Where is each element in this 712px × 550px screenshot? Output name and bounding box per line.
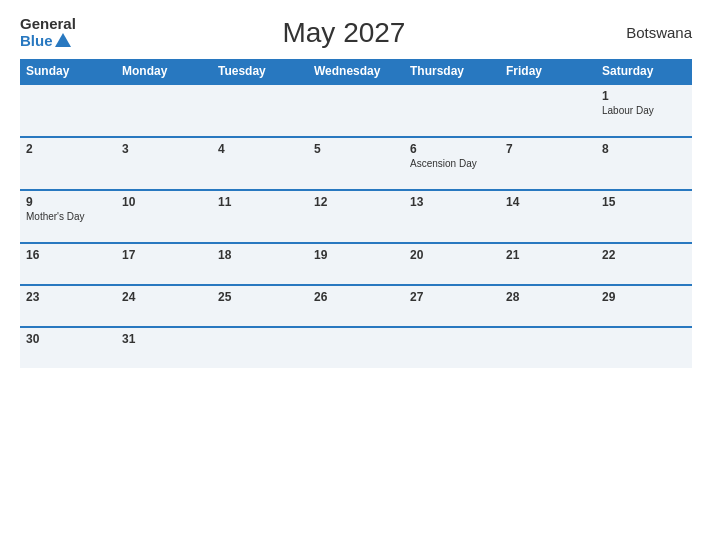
day-number: 25 xyxy=(218,290,302,304)
day-number: 9 xyxy=(26,195,110,209)
calendar-cell: 28 xyxy=(500,285,596,327)
day-number: 11 xyxy=(218,195,302,209)
day-number: 31 xyxy=(122,332,206,346)
calendar-cell: 21 xyxy=(500,243,596,285)
calendar-cell: 7 xyxy=(500,137,596,190)
calendar-cell: 12 xyxy=(308,190,404,243)
day-number: 13 xyxy=(410,195,494,209)
day-number: 16 xyxy=(26,248,110,262)
calendar-cell: 14 xyxy=(500,190,596,243)
day-number: 5 xyxy=(314,142,398,156)
calendar-cell: 18 xyxy=(212,243,308,285)
header: General Blue May 2027 Botswana xyxy=(20,16,692,49)
day-number: 8 xyxy=(602,142,686,156)
day-number: 3 xyxy=(122,142,206,156)
calendar-cell: 31 xyxy=(116,327,212,368)
calendar-cell: 20 xyxy=(404,243,500,285)
calendar-cell xyxy=(500,327,596,368)
day-number: 19 xyxy=(314,248,398,262)
calendar-week-row: 16171819202122 xyxy=(20,243,692,285)
logo-blue-text: Blue xyxy=(20,33,76,50)
country-label: Botswana xyxy=(612,24,692,41)
calendar-cell: 6Ascension Day xyxy=(404,137,500,190)
calendar-cell: 26 xyxy=(308,285,404,327)
day-number: 26 xyxy=(314,290,398,304)
calendar-cell xyxy=(308,84,404,137)
calendar-cell: 9Mother's Day xyxy=(20,190,116,243)
calendar-cell xyxy=(404,327,500,368)
calendar-title: May 2027 xyxy=(76,17,612,49)
calendar-cell: 15 xyxy=(596,190,692,243)
day-number: 14 xyxy=(506,195,590,209)
calendar-cell xyxy=(308,327,404,368)
logo-triangle-icon xyxy=(55,33,71,47)
calendar-cell: 23 xyxy=(20,285,116,327)
calendar-cell xyxy=(20,84,116,137)
calendar-cell xyxy=(596,327,692,368)
calendar-cell: 30 xyxy=(20,327,116,368)
col-wednesday: Wednesday xyxy=(308,59,404,84)
calendar-week-row: 3031 xyxy=(20,327,692,368)
day-number: 17 xyxy=(122,248,206,262)
calendar-cell: 3 xyxy=(116,137,212,190)
calendar-cell: 4 xyxy=(212,137,308,190)
page: General Blue May 2027 Botswana Sunday Mo… xyxy=(0,0,712,550)
holiday-label: Labour Day xyxy=(602,105,686,116)
day-number: 2 xyxy=(26,142,110,156)
calendar-cell: 13 xyxy=(404,190,500,243)
calendar-cell: 19 xyxy=(308,243,404,285)
calendar-cell xyxy=(500,84,596,137)
calendar-cell: 1Labour Day xyxy=(596,84,692,137)
calendar-cell: 17 xyxy=(116,243,212,285)
day-number: 12 xyxy=(314,195,398,209)
day-number: 10 xyxy=(122,195,206,209)
day-number: 28 xyxy=(506,290,590,304)
calendar-cell xyxy=(212,84,308,137)
day-number: 18 xyxy=(218,248,302,262)
logo: General Blue xyxy=(20,16,76,49)
day-number: 27 xyxy=(410,290,494,304)
day-number: 21 xyxy=(506,248,590,262)
calendar-cell: 16 xyxy=(20,243,116,285)
calendar-cell: 5 xyxy=(308,137,404,190)
calendar-cell: 10 xyxy=(116,190,212,243)
day-number: 30 xyxy=(26,332,110,346)
day-number: 15 xyxy=(602,195,686,209)
col-thursday: Thursday xyxy=(404,59,500,84)
calendar-cell: 11 xyxy=(212,190,308,243)
calendar-week-row: 23456Ascension Day78 xyxy=(20,137,692,190)
day-number: 24 xyxy=(122,290,206,304)
calendar-header-row: Sunday Monday Tuesday Wednesday Thursday… xyxy=(20,59,692,84)
calendar-cell: 25 xyxy=(212,285,308,327)
col-saturday: Saturday xyxy=(596,59,692,84)
day-number: 6 xyxy=(410,142,494,156)
calendar-cell xyxy=(212,327,308,368)
calendar-cell: 2 xyxy=(20,137,116,190)
col-tuesday: Tuesday xyxy=(212,59,308,84)
calendar-table: Sunday Monday Tuesday Wednesday Thursday… xyxy=(20,59,692,368)
day-number: 7 xyxy=(506,142,590,156)
day-number: 22 xyxy=(602,248,686,262)
calendar-cell: 8 xyxy=(596,137,692,190)
day-number: 1 xyxy=(602,89,686,103)
day-number: 29 xyxy=(602,290,686,304)
col-sunday: Sunday xyxy=(20,59,116,84)
calendar-cell: 24 xyxy=(116,285,212,327)
calendar-week-row: 23242526272829 xyxy=(20,285,692,327)
day-number: 23 xyxy=(26,290,110,304)
calendar-cell: 29 xyxy=(596,285,692,327)
calendar-week-row: 9Mother's Day101112131415 xyxy=(20,190,692,243)
day-number: 20 xyxy=(410,248,494,262)
logo-general-text: General xyxy=(20,16,76,33)
calendar-week-row: 1Labour Day xyxy=(20,84,692,137)
holiday-label: Ascension Day xyxy=(410,158,494,169)
holiday-label: Mother's Day xyxy=(26,211,110,222)
calendar-cell: 22 xyxy=(596,243,692,285)
col-friday: Friday xyxy=(500,59,596,84)
calendar-cell xyxy=(116,84,212,137)
calendar-cell xyxy=(404,84,500,137)
col-monday: Monday xyxy=(116,59,212,84)
calendar-cell: 27 xyxy=(404,285,500,327)
day-number: 4 xyxy=(218,142,302,156)
